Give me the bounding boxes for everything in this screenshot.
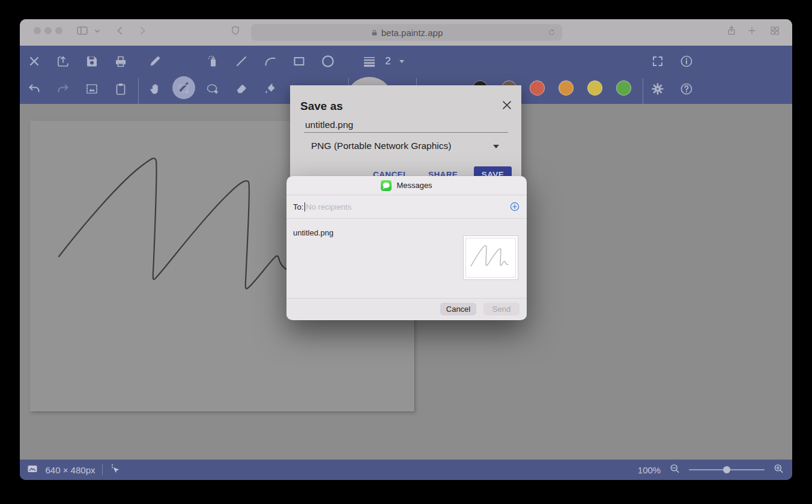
line-icon[interactable] bbox=[234, 54, 249, 68]
tab-overview-icon[interactable] bbox=[769, 25, 780, 36]
save-icon[interactable] bbox=[85, 54, 99, 68]
rectangle-icon[interactable] bbox=[292, 54, 306, 68]
traffic-light-close[interactable] bbox=[34, 27, 41, 34]
share-sheet-title: Messages bbox=[396, 181, 432, 190]
messages-app-icon bbox=[381, 180, 392, 191]
pencil-icon[interactable] bbox=[148, 54, 162, 68]
eraser-icon[interactable] bbox=[234, 82, 249, 96]
cancel-button[interactable]: Cancel bbox=[440, 303, 476, 315]
swatch-orange[interactable] bbox=[559, 80, 574, 96]
back-icon[interactable] bbox=[114, 25, 126, 37]
filename-input[interactable]: untitled.png bbox=[305, 120, 353, 130]
to-field[interactable]: To: No recipients bbox=[286, 195, 527, 219]
settings-icon[interactable] bbox=[650, 82, 665, 96]
zoom-slider-thumb[interactable] bbox=[723, 466, 730, 473]
airbrush-icon[interactable] bbox=[205, 54, 220, 68]
freeform-select-icon[interactable] bbox=[205, 82, 220, 96]
share-sheet-body: untitled.png bbox=[286, 219, 527, 298]
thumbnail-frame bbox=[465, 238, 516, 278]
paste-image-icon[interactable] bbox=[85, 82, 99, 96]
browser-toolbar: beta.paintz.app bbox=[20, 19, 792, 46]
share-icon[interactable] bbox=[726, 25, 738, 37]
lock-icon bbox=[371, 29, 378, 37]
cursor-icon bbox=[109, 463, 121, 477]
to-placeholder: No recipients bbox=[306, 202, 509, 211]
zoom-level: 100% bbox=[638, 465, 661, 475]
send-button-disabled[interactable]: Send bbox=[483, 303, 520, 315]
zoom-in-icon[interactable] bbox=[773, 463, 785, 477]
chevron-down-icon[interactable] bbox=[94, 28, 101, 35]
sidebar-icon[interactable] bbox=[76, 24, 89, 37]
freehand-stroke bbox=[59, 159, 287, 289]
text-cursor bbox=[304, 202, 305, 211]
statusbar-divider bbox=[102, 464, 103, 475]
new-tab-icon[interactable] bbox=[747, 26, 757, 36]
traffic-light-minimize[interactable] bbox=[44, 27, 52, 34]
save-as-dialog: Save as untitled.png PNG (Portable Netwo… bbox=[290, 85, 521, 186]
close-icon[interactable] bbox=[500, 99, 514, 112]
to-label: To: bbox=[293, 202, 303, 211]
image-icon bbox=[26, 463, 38, 477]
clear-icon[interactable] bbox=[27, 54, 41, 68]
ellipse-icon[interactable] bbox=[320, 53, 336, 69]
swatch-green[interactable] bbox=[616, 80, 631, 96]
reload-icon[interactable] bbox=[547, 28, 556, 37]
filename-input-underline bbox=[304, 132, 508, 133]
traffic-light-zoom[interactable] bbox=[55, 27, 62, 34]
rect-select-icon[interactable] bbox=[177, 82, 191, 96]
url-text: beta.paintz.app bbox=[381, 28, 443, 38]
address-bar[interactable]: beta.paintz.app bbox=[251, 24, 562, 41]
print-icon[interactable] bbox=[114, 54, 128, 68]
swatch-yellow[interactable] bbox=[587, 80, 602, 96]
swatch-red[interactable] bbox=[530, 80, 545, 96]
open-icon[interactable] bbox=[56, 54, 70, 68]
thumbnail-drawing bbox=[466, 238, 517, 278]
undo-icon[interactable] bbox=[27, 82, 41, 96]
attachment-name: untitled.png bbox=[293, 228, 333, 237]
format-select[interactable]: PNG (Portable Network Graphics) bbox=[311, 141, 451, 151]
clipboard-icon[interactable] bbox=[114, 82, 128, 96]
browser-window: beta.paintz.app bbox=[20, 19, 792, 480]
line-width-dropdown-caret[interactable] bbox=[399, 60, 404, 63]
help-icon[interactable] bbox=[679, 82, 694, 96]
forward-icon[interactable] bbox=[136, 25, 148, 37]
status-bar: 640 × 480px 100% bbox=[20, 460, 792, 480]
share-sheet-header: Messages bbox=[286, 176, 527, 195]
info-icon[interactable] bbox=[679, 54, 694, 68]
fill-icon[interactable] bbox=[263, 82, 277, 96]
line-width-icon[interactable] bbox=[362, 54, 377, 68]
pan-icon[interactable] bbox=[148, 82, 162, 96]
share-sheet-footer: Cancel Send bbox=[286, 298, 527, 320]
fullscreen-icon[interactable] bbox=[650, 54, 665, 68]
save-dialog-title: Save as bbox=[300, 100, 343, 113]
line-width-value: 2 bbox=[385, 55, 390, 67]
curve-icon[interactable] bbox=[263, 54, 277, 68]
attachment-thumbnail[interactable] bbox=[463, 235, 518, 280]
redo-icon[interactable] bbox=[56, 82, 70, 96]
canvas-dimensions: 640 × 480px bbox=[46, 465, 95, 475]
shield-icon[interactable] bbox=[230, 25, 241, 37]
format-select-caret[interactable] bbox=[493, 145, 499, 148]
messages-share-sheet: Messages To: No recipients untitled.png … bbox=[286, 176, 527, 320]
zoom-out-icon[interactable] bbox=[669, 463, 681, 477]
add-recipient-icon[interactable] bbox=[509, 201, 520, 212]
